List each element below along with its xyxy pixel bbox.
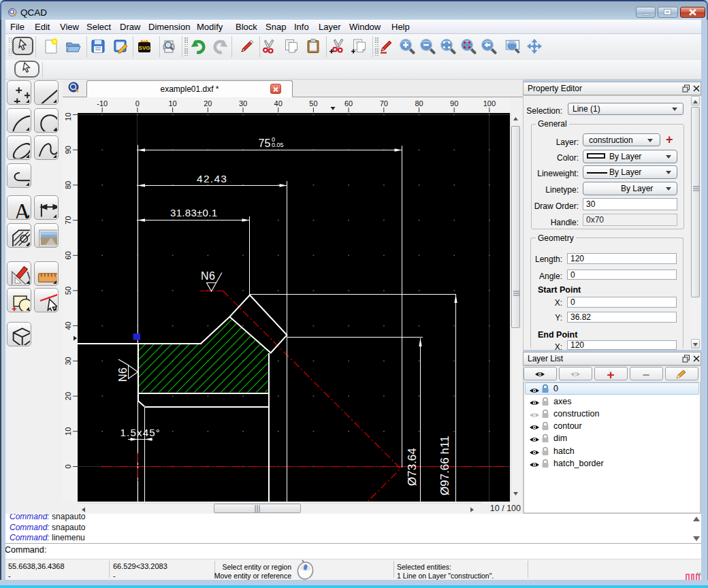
svg-text:N6: N6 (117, 368, 129, 382)
svg-text:70: 70 (380, 99, 388, 108)
svg-text:10: 10 (64, 427, 72, 436)
svg-text:60: 60 (64, 251, 72, 259)
svg-text:1.5x45°: 1.5x45° (120, 427, 161, 438)
svg-text:0: 0 (135, 99, 140, 108)
svg-text:70: 70 (64, 216, 72, 224)
svg-text:N6: N6 (201, 270, 215, 282)
svg-text:60: 60 (344, 99, 353, 108)
svg-text:50: 50 (309, 99, 317, 108)
svg-text:100: 100 (64, 113, 72, 121)
svg-text:90: 90 (64, 146, 72, 154)
svg-text:100: 100 (483, 99, 496, 108)
svg-text:30: 30 (239, 99, 247, 108)
svg-text:50: 50 (64, 287, 72, 295)
svg-text:40: 40 (274, 99, 283, 108)
svg-text:SVG: SVG (139, 45, 150, 51)
svg-text:Ø97.66 h11: Ø97.66 h11 (438, 436, 451, 495)
svg-text:10: 10 (168, 99, 176, 108)
svg-text:0: 0 (64, 464, 72, 468)
svg-text:40: 40 (64, 322, 72, 330)
svg-text:80: 80 (415, 99, 423, 108)
svg-text:30: 30 (64, 357, 72, 365)
svg-text:Ø73.64: Ø73.64 (406, 448, 419, 486)
svg-text:-10: -10 (97, 99, 108, 108)
svg-text:20: 20 (64, 392, 72, 400)
svg-text:0.05: 0.05 (272, 142, 284, 148)
svg-text:42.43: 42.43 (197, 173, 227, 184)
svg-text:80: 80 (64, 181, 72, 189)
svg-text:31.83±0.1: 31.83±0.1 (170, 207, 217, 218)
svg-text:20: 20 (204, 99, 212, 108)
svg-text:75: 75 (259, 137, 271, 149)
svg-text:90: 90 (450, 99, 458, 108)
